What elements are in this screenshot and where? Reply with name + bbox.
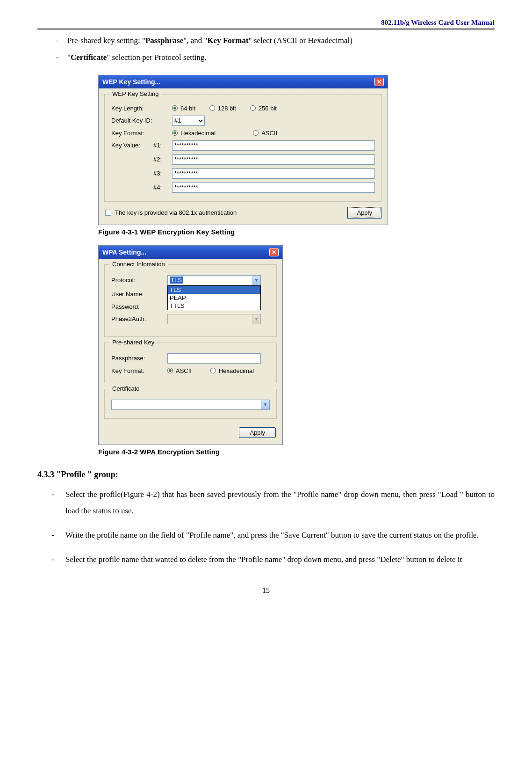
key-length-radios: 64 bit 128 bit 256 bit [172,105,277,112]
row-8021x: The key is provided via 802.1x authentic… [105,207,381,218]
radio-circle-icon [209,105,215,111]
default-key-select[interactable]: #1 [172,116,205,126]
cert-legend: Certificate [109,385,143,392]
section-4-3-3-heading: 4.3.3 "Profile " group: [37,470,495,480]
row-key2: #2: [111,154,375,165]
close-icon[interactable]: ✕ [269,248,279,256]
key-length-label: Key Length: [111,105,172,112]
row-protocol: Protocol: TLS ▼ TLS PEAP TTLS [111,275,270,285]
wpa-titlebar[interactable]: WPA Setting... ✕ [99,246,282,259]
instruction-1: - Select the profile(Figure 4-2) that ha… [51,486,495,519]
passphrase-input[interactable] [167,353,261,364]
t1b2: Key Format [207,36,248,45]
row-passphrase: Passphrase: [111,353,270,364]
row-key3: #3: [111,168,375,179]
figure-4-3-2-caption: Figure 4-3-2 WPA Encryption Setting [98,448,495,456]
wep-legend: WEP Key Setting [109,90,161,97]
connect-info-group: Connect Infomation Protocol: TLS ▼ TLS P… [104,264,277,337]
instruction-2-text: Write the profile name on the field of "… [65,527,495,544]
wep-title: WEP Key Setting... [102,78,160,86]
key4-idx: #4: [153,184,172,191]
t1: Pre-shared key setting: " [67,36,145,45]
wpa-keyformat-label: Key Format: [111,367,167,374]
key3-input[interactable] [172,168,375,179]
key2-idx: #2: [153,156,172,163]
radio-64bit[interactable]: 64 bit [172,105,195,112]
protocol-dropdown-list: TLS PEAP TTLS [167,285,261,310]
intro-bullet-1: - Pre-shared key setting: "Passphrase", … [56,33,495,48]
radio-ascii[interactable]: ASCII [253,130,277,137]
key2-input[interactable] [172,154,375,165]
8021x-checkbox[interactable] [105,210,111,216]
bullet-content: Pre-shared key setting: "Passphrase", an… [67,33,495,48]
protocol-label: Protocol: [111,277,167,284]
row-cert: ▼ [111,400,270,410]
opt-peap[interactable]: PEAP [168,294,260,302]
header-rule [37,29,495,29]
row-phase2auth: Phase2Auth: ▼ [111,314,270,324]
intro-list: - Pre-shared key setting: "Passphrase", … [37,33,495,66]
wpa-apply-button[interactable]: Apply [239,427,276,438]
username-label: User Name: [111,291,167,298]
wpa-button-row: Apply [99,424,282,445]
wep-titlebar[interactable]: WEP Key Setting... ✕ [99,75,388,88]
wpa-keyformat-radios: ASCII Hexadecimal [167,367,254,374]
header-title: 802.11b/g Wireless Card User Manual [37,19,495,27]
key1-input[interactable] [172,140,375,151]
dash-icon: - [51,486,65,519]
wep-groupbox: WEP Key Setting Key Length: 64 bit 128 b… [104,94,382,202]
intro-bullet-2: - "Certificate" selection per Protocol s… [56,50,495,65]
radio-dot-icon [172,105,178,111]
radio-dot-icon [172,130,178,136]
radio-dot-icon [167,368,173,373]
key4-input[interactable] [172,182,375,193]
bullet-content: "Certificate" selection per Protocol set… [67,50,495,65]
key-value-label: Key Value: [111,142,153,149]
rhex-lbl: Hexadecimal [180,130,216,137]
radio-wpa-hex[interactable]: Hexadecimal [210,367,254,374]
dash-icon: - [56,50,67,65]
close-icon[interactable]: ✕ [374,78,384,86]
passphrase-label: Passphrase: [111,355,167,362]
wep-dialog: WEP Key Setting... ✕ WEP Key Setting Key… [98,75,388,225]
row-keylength: Key Length: 64 bit 128 bit 256 bit [111,105,375,112]
certificate-select[interactable]: ▼ [111,400,270,410]
radio-wpa-ascii[interactable]: ASCII [167,367,192,374]
dash-icon: - [56,33,67,48]
dash-icon: - [51,527,65,544]
t1b: Passphrase [145,36,183,45]
radio-128bit[interactable]: 128 bit [209,105,236,112]
chevron-down-icon: ▼ [261,400,269,409]
instruction-3: - Select the profile name that wanted to… [51,551,495,568]
radio-circle-icon [210,368,216,373]
rwa-lbl: ASCII [176,367,192,374]
rascii-lbl: ASCII [261,130,277,137]
radio-256bit[interactable]: 256 bit [250,105,277,112]
opt-tls[interactable]: TLS [168,286,260,294]
connect-info-legend: Connect Infomation [109,261,168,268]
radio-hex[interactable]: Hexadecimal [172,130,216,137]
phase2auth-label: Phase2Auth: [111,315,167,322]
chevron-down-icon: ▼ [252,314,260,324]
row-key1: Key Value: #1: [111,140,375,151]
key3-idx: #3: [153,170,172,177]
protocol-select[interactable]: TLS ▼ TLS PEAP TTLS [167,275,261,285]
instruction-2: - Write the profile name on the field of… [51,527,495,544]
row-wpa-keyformat: Key Format: ASCII Hexadecimal [111,367,270,374]
instruction-1-text: Select the profile(Figure 4-2) that has … [65,486,495,519]
phase2auth-select: ▼ [167,314,261,324]
opt-ttls[interactable]: TTLS [168,302,260,310]
dash-icon: - [51,551,65,568]
t1m: ", and " [183,36,207,45]
r256-lbl: 256 bit [259,105,277,112]
r128-lbl: 128 bit [218,105,236,112]
key1-idx: #1: [153,142,172,149]
t2: " [67,53,71,62]
radio-circle-icon [253,130,259,136]
wep-apply-button[interactable]: Apply [348,207,381,218]
rwh-lbl: Hexadecimal [219,367,254,374]
cert-group: Certificate ▼ [104,389,277,419]
key-format-label: Key Format: [111,130,172,137]
password-label: Password: [111,303,167,310]
t2b: Certificate [71,53,107,62]
